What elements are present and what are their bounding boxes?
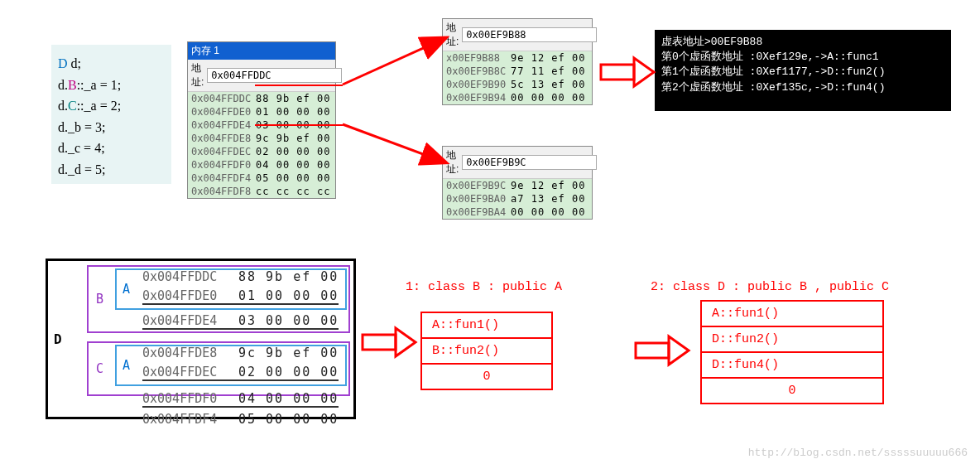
- label-A-2: A: [122, 358, 130, 373]
- svg-rect-3: [363, 335, 396, 350]
- arrow-vptr1: [343, 38, 445, 85]
- svg-marker-4: [396, 328, 416, 356]
- vtable2-r3: D::fun4(): [702, 353, 882, 379]
- term-l4: 第2个虚函数地址 :0Xef135c,->D::fun4(): [661, 80, 944, 95]
- term-l2: 第0个虚函数地址 :0Xef129e,->A::func1: [661, 50, 944, 65]
- vtable2-r4: 0: [702, 379, 882, 403]
- code-l5: d._c = 4;: [58, 138, 165, 159]
- hex-body-2: x00EF9B889e 12 ef 00 0x00EF9B8C77 11 ef …: [443, 51, 592, 104]
- addr-label-1: 地址:: [191, 61, 204, 89]
- watermark: http://blog.csdn.net/sssssuuuuu666: [748, 447, 968, 459]
- memory-title-1: 内存 1: [188, 42, 335, 60]
- svg-rect-5: [636, 343, 669, 358]
- code-cls-b: B: [68, 78, 77, 92]
- svg-rect-1: [601, 65, 634, 80]
- vtable1-r3: 0: [422, 365, 551, 389]
- heading-2: 2: class D : public B , public C: [651, 280, 889, 294]
- addr-label-2: 地址:: [446, 21, 459, 49]
- red-underline-1: [255, 85, 343, 86]
- vtable1-r2: B::fun2(): [422, 339, 551, 365]
- addr-label-3: 地址:: [446, 148, 459, 176]
- memory-panel-1: 内存 1 地址: 0x004FFDDC88 9b ef 00 0x004FFDE…: [187, 41, 336, 199]
- hex-body-1: 0x004FFDDC88 9b ef 00 0x004FFDE001 00 00…: [188, 92, 335, 198]
- addr-input-2[interactable]: [462, 27, 597, 42]
- vtable-1: A::fun1() B::fun2() 0: [420, 312, 553, 390]
- thick-arrow-2: [363, 328, 416, 356]
- memory-layout-rows: 0x004FFDDC88 9b ef 00 0x004FFDE001 00 00…: [142, 267, 339, 429]
- thick-arrow-1: [601, 58, 654, 86]
- code-block: D d; d.B::_a = 1; d.C::_a = 2; d._b = 3;…: [51, 45, 171, 184]
- code-l4: d._b = 3;: [58, 117, 165, 138]
- code-cls-c: C: [68, 99, 77, 113]
- memory-panel-2: 地址: x00EF9B889e 12 ef 00 0x00EF9B8C77 11…: [442, 18, 593, 105]
- vtable2-r2: D::fun2(): [702, 327, 882, 353]
- term-l3: 第1个虚函数地址 :0Xef1177,->D::fun2(): [661, 65, 944, 80]
- addr-input-1[interactable]: [207, 68, 342, 83]
- addr-input-3[interactable]: [462, 155, 597, 170]
- vtable2-r1: A::fun1(): [702, 302, 882, 327]
- label-A-1: A: [122, 282, 130, 297]
- hex-body-3: 0x00EF9B9C9e 12 ef 00 0x00EF9BA0a7 13 ef…: [443, 179, 592, 219]
- memory-panel-3: 地址: 0x00EF9B9C9e 12 ef 00 0x00EF9BA0a7 1…: [442, 146, 593, 220]
- vtable-2: A::fun1() D::fun2() D::fun4() 0: [700, 300, 884, 404]
- label-B: B: [96, 292, 103, 307]
- heading-1: 1: class B : public A: [406, 280, 562, 294]
- terminal-output: 虚表地址>00EF9B88 第0个虚函数地址 :0Xef129e,->A::fu…: [655, 30, 951, 111]
- red-underline-2: [255, 124, 343, 126]
- svg-marker-2: [634, 58, 654, 86]
- label-D: D: [54, 331, 62, 347]
- label-C: C: [96, 361, 103, 376]
- vtable1-r1: A::fun1(): [422, 313, 551, 339]
- code-l6: d._d = 5;: [58, 159, 165, 181]
- code-l1: d;: [68, 56, 81, 70]
- term-l1: 虚表地址>00EF9B88: [661, 35, 944, 50]
- arrow-vptr2: [343, 124, 445, 162]
- code-type: D: [58, 56, 68, 70]
- thick-arrow-3: [636, 336, 689, 365]
- svg-marker-6: [669, 336, 689, 365]
